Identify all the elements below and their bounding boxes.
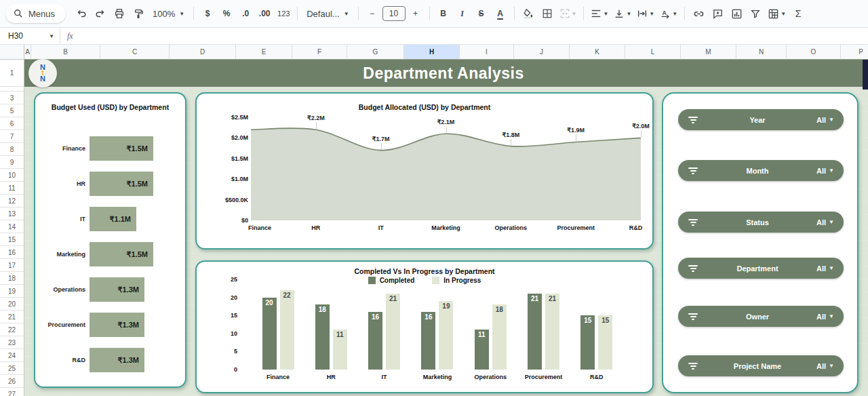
row-header-9[interactable]: 9 (0, 156, 24, 169)
insert-chart-button[interactable] (728, 5, 745, 22)
slicer-year[interactable]: YearAll▼ (678, 109, 844, 130)
decrease-font-size-button[interactable]: − (363, 5, 381, 22)
row-header-hidden[interactable] (0, 87, 24, 92)
bar-completed: 20 (262, 298, 277, 370)
row-header-3[interactable]: 3 (0, 92, 24, 104)
select-all-corner[interactable] (0, 45, 24, 60)
row-header-6[interactable]: 6 (0, 117, 24, 130)
budget-allocated-chart[interactable]: Budget Allocated (USD) by Department $2.… (195, 92, 654, 250)
row-header-15[interactable]: 15 (0, 233, 24, 246)
hbar-bar: ₹1.1M (90, 207, 136, 231)
column-header-M[interactable]: M (681, 45, 736, 60)
slicer-month[interactable]: MonthAll▼ (678, 160, 844, 181)
increase-font-size-button[interactable]: + (407, 5, 425, 22)
create-filter-button[interactable] (747, 5, 764, 22)
sheet-canvas[interactable]: N t N Department Analysis Budget Used (U… (24, 60, 868, 396)
format-currency-button[interactable]: $ (199, 5, 216, 22)
italic-button[interactable]: I (454, 5, 471, 22)
column-header-F[interactable]: F (292, 45, 347, 60)
insert-comment-button[interactable] (709, 5, 726, 22)
row-header-22[interactable]: 22 (0, 323, 24, 336)
text-wrap-button[interactable]: ▼ (635, 5, 656, 22)
paint-format-button[interactable] (130, 5, 147, 22)
merge-cells-button[interactable]: ▼ (557, 5, 579, 22)
decrease-decimal-button[interactable]: .0 (237, 5, 254, 22)
column-header-D[interactable]: D (170, 45, 236, 60)
pivot-table-button[interactable]: ▼ (766, 5, 788, 22)
row-header-7[interactable]: 7 (0, 130, 24, 143)
column-header-H[interactable]: H (404, 45, 460, 60)
zoom-select[interactable]: 100% ▼ (149, 5, 189, 22)
area-x-tick: Marketing (431, 224, 460, 231)
row-header-26[interactable]: 26 (0, 375, 24, 388)
insert-link-button[interactable] (690, 5, 707, 22)
row-header-5[interactable]: 5 (0, 104, 24, 117)
row-header-16[interactable]: 16 (0, 246, 24, 259)
slicer-status[interactable]: StatusAll▼ (678, 212, 844, 233)
column-header-J[interactable]: J (514, 45, 570, 60)
column-header-A[interactable]: A (24, 45, 31, 60)
print-button[interactable] (111, 5, 128, 22)
borders-button[interactable] (538, 5, 556, 22)
strikethrough-button[interactable]: S (473, 5, 490, 22)
functions-button[interactable]: Σ (789, 5, 807, 22)
row-header-14[interactable]: 14 (0, 220, 24, 233)
row-header-21[interactable]: 21 (0, 311, 24, 323)
column-header-K[interactable]: K (570, 45, 625, 60)
column-header-P[interactable]: P (841, 45, 868, 60)
column-header-G[interactable]: G (347, 45, 404, 60)
bold-button[interactable]: B (435, 5, 452, 22)
column-header-O[interactable]: O (787, 45, 841, 60)
row-header-17[interactable]: 17 (0, 259, 24, 272)
completed-vs-inprogress-chart[interactable]: Completed Vs In Progress by Department C… (195, 260, 654, 393)
slicer-department[interactable]: DepartmentAll▼ (678, 258, 844, 279)
column-header-B[interactable]: B (31, 45, 100, 60)
font-size-input[interactable]: 10 (382, 6, 406, 21)
menus-search[interactable]: Menus (5, 4, 66, 23)
row-header-11[interactable]: 11 (0, 182, 24, 195)
name-box[interactable]: H30 ▼ (0, 28, 60, 44)
row-header-27[interactable]: 27 (0, 388, 24, 396)
row-header-18[interactable]: 18 (0, 272, 24, 285)
vertical-align-button[interactable]: ▼ (612, 5, 633, 22)
text-style-select[interactable]: Defaul... ▼ (302, 5, 353, 22)
chevron-down-icon: ▼ (572, 11, 577, 17)
row-header-20[interactable]: 20 (0, 298, 24, 311)
dashboard-title-band[interactable]: N t N Department Analysis (24, 60, 863, 87)
column-header-I[interactable]: I (460, 45, 514, 60)
bar-in-progress: 21 (386, 294, 400, 370)
fill-color-button[interactable] (519, 5, 537, 22)
row-header-1[interactable]: 1 (0, 60, 24, 87)
column-header-C[interactable]: C (100, 45, 170, 60)
hbar-category-label: Marketing (35, 251, 90, 258)
row-header-19[interactable]: 19 (0, 285, 24, 298)
text-rotation-button[interactable]: A ▼ (658, 5, 679, 22)
redo-button[interactable] (92, 5, 109, 22)
hbar-category-label: Operations (35, 286, 90, 293)
more-formats-button[interactable]: 123 (275, 5, 292, 22)
text-color-button[interactable]: A (492, 5, 509, 22)
grouped-x-tick: IT (382, 374, 387, 380)
row-header-24[interactable]: 24 (0, 349, 24, 362)
hbar-row-R&D: R&D₹1.3M (35, 348, 185, 372)
bar-in-progress: 19 (439, 301, 453, 370)
column-header-L[interactable]: L (625, 45, 681, 60)
hbar-bar: ₹1.3M (90, 348, 144, 372)
row-header-23[interactable]: 23 (0, 336, 24, 349)
increase-decimal-button[interactable]: .00 (256, 5, 273, 22)
column-header-E[interactable]: E (236, 45, 292, 60)
format-percent-button[interactable]: % (218, 5, 235, 22)
slicer-project-name[interactable]: Project NameAll▼ (678, 355, 844, 376)
undo-button[interactable] (73, 5, 90, 22)
budget-used-chart[interactable]: Budget Used (USD) by Department Finance₹… (34, 92, 186, 388)
toolbar-divider (358, 7, 359, 20)
row-header-12[interactable]: 12 (0, 195, 24, 207)
row-header-25[interactable]: 25 (0, 362, 24, 375)
row-header-8[interactable]: 8 (0, 143, 24, 156)
bar-group-HR: 1811 (315, 304, 347, 370)
slicer-owner[interactable]: OwnerAll▼ (678, 306, 844, 327)
row-header-13[interactable]: 13 (0, 207, 24, 220)
row-header-10[interactable]: 10 (0, 169, 24, 182)
horizontal-align-button[interactable]: ▼ (589, 5, 610, 22)
column-header-N[interactable]: N (736, 45, 787, 60)
